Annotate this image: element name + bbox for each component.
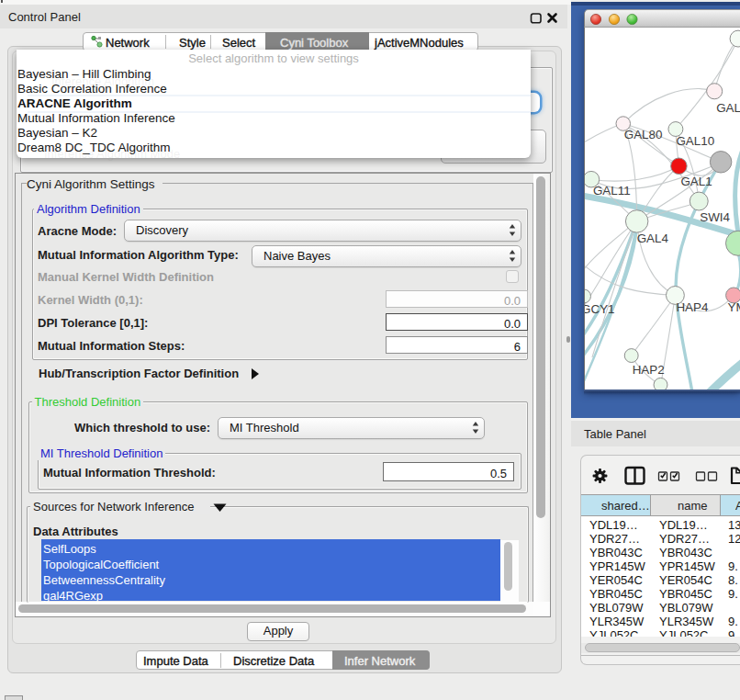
svg-text:GAL7: GAL7 [716, 101, 740, 115]
svg-text:GAL80: GAL80 [624, 128, 663, 141]
svg-text:GAL4: GAL4 [637, 231, 669, 245]
svg-text:GAL1: GAL1 [680, 175, 712, 188]
svg-text:GCY1: GCY1 [584, 302, 615, 316]
svg-text:GAL11: GAL11 [593, 184, 631, 198]
svg-text:HAP4: HAP4 [676, 300, 709, 314]
svg-text:YM: YM [728, 300, 740, 314]
svg-text:SWI4: SWI4 [700, 210, 730, 224]
svg-text:HAP2: HAP2 [633, 363, 665, 377]
svg-text:GAL10: GAL10 [676, 134, 714, 148]
